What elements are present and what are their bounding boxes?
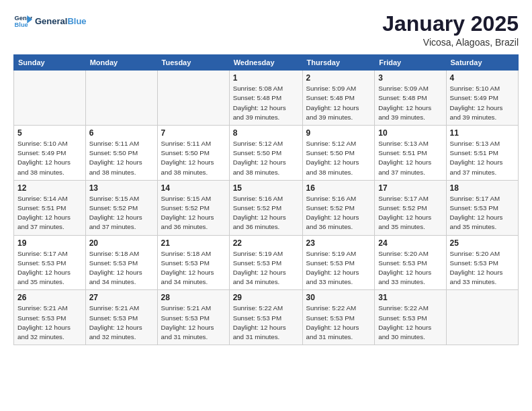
- table-row: 27Sunrise: 5:21 AMSunset: 5:53 PMDayligh…: [85, 290, 157, 345]
- day-number: 18: [450, 183, 515, 193]
- table-row: 26Sunrise: 5:21 AMSunset: 5:53 PMDayligh…: [14, 290, 86, 345]
- day-number: 13: [89, 183, 154, 193]
- day-info: Sunrise: 5:22 AMSunset: 5:53 PMDaylight:…: [306, 304, 371, 342]
- day-number: 3: [378, 73, 442, 83]
- table-row: 28Sunrise: 5:21 AMSunset: 5:53 PMDayligh…: [157, 290, 229, 345]
- day-number: 29: [233, 293, 299, 302]
- day-info: Sunrise: 5:15 AMSunset: 5:52 PMDaylight:…: [89, 194, 154, 232]
- day-info: Sunrise: 5:22 AMSunset: 5:53 PMDaylight:…: [378, 304, 442, 342]
- day-info: Sunrise: 5:08 AMSunset: 5:48 PMDaylight:…: [233, 84, 299, 122]
- day-info: Sunrise: 5:09 AMSunset: 5:48 PMDaylight:…: [378, 84, 442, 122]
- day-number: 20: [89, 238, 154, 248]
- header-tuesday: Tuesday: [157, 55, 229, 71]
- day-info: Sunrise: 5:09 AMSunset: 5:48 PMDaylight:…: [306, 84, 371, 122]
- day-info: Sunrise: 5:17 AMSunset: 5:53 PMDaylight:…: [450, 194, 515, 232]
- day-number: 30: [306, 293, 371, 302]
- day-info: Sunrise: 5:17 AMSunset: 5:53 PMDaylight:…: [17, 249, 82, 287]
- day-number: 11: [450, 128, 515, 138]
- table-row: 8Sunrise: 5:12 AMSunset: 5:50 PMDaylight…: [229, 126, 302, 181]
- table-row: 2Sunrise: 5:09 AMSunset: 5:48 PMDaylight…: [302, 71, 375, 126]
- location-subtitle: Vicosa, Alagoas, Brazil: [382, 37, 519, 48]
- day-number: 23: [306, 238, 371, 248]
- day-number: 26: [17, 293, 82, 302]
- header-saturday: Saturday: [446, 55, 519, 71]
- day-info: Sunrise: 5:10 AMSunset: 5:49 PMDaylight:…: [17, 139, 82, 177]
- day-info: Sunrise: 5:21 AMSunset: 5:53 PMDaylight:…: [89, 304, 154, 342]
- day-info: Sunrise: 5:22 AMSunset: 5:53 PMDaylight:…: [233, 304, 299, 342]
- day-number: 21: [161, 238, 226, 248]
- day-number: 12: [17, 183, 82, 193]
- calendar-header-row: Sunday Monday Tuesday Wednesday Thursday…: [14, 55, 519, 71]
- calendar-table: Sunday Monday Tuesday Wednesday Thursday…: [13, 54, 519, 345]
- table-row: 9Sunrise: 5:12 AMSunset: 5:50 PMDaylight…: [302, 126, 375, 181]
- day-number: 6: [89, 128, 154, 138]
- table-row: [446, 290, 519, 345]
- header-wednesday: Wednesday: [229, 55, 302, 71]
- day-info: Sunrise: 5:18 AMSunset: 5:53 PMDaylight:…: [161, 249, 226, 287]
- day-number: 22: [233, 238, 299, 248]
- day-info: Sunrise: 5:10 AMSunset: 5:49 PMDaylight:…: [450, 84, 515, 122]
- header-monday: Monday: [85, 55, 157, 71]
- month-title: January 2025: [382, 12, 519, 36]
- day-info: Sunrise: 5:21 AMSunset: 5:53 PMDaylight:…: [17, 304, 82, 342]
- day-info: Sunrise: 5:21 AMSunset: 5:53 PMDaylight:…: [161, 304, 226, 342]
- day-number: 17: [378, 183, 442, 193]
- table-row: [85, 71, 157, 126]
- day-number: 28: [161, 293, 226, 302]
- table-row: 19Sunrise: 5:17 AMSunset: 5:53 PMDayligh…: [14, 235, 86, 290]
- table-row: 3Sunrise: 5:09 AMSunset: 5:48 PMDaylight…: [375, 71, 446, 126]
- day-number: 1: [233, 73, 299, 83]
- day-info: Sunrise: 5:13 AMSunset: 5:51 PMDaylight:…: [378, 139, 442, 177]
- day-number: 27: [89, 293, 154, 302]
- day-info: Sunrise: 5:19 AMSunset: 5:53 PMDaylight:…: [306, 249, 371, 287]
- table-row: 5Sunrise: 5:10 AMSunset: 5:49 PMDaylight…: [14, 126, 86, 181]
- table-row: 23Sunrise: 5:19 AMSunset: 5:53 PMDayligh…: [302, 235, 375, 290]
- table-row: 25Sunrise: 5:20 AMSunset: 5:53 PMDayligh…: [446, 235, 519, 290]
- table-row: 29Sunrise: 5:22 AMSunset: 5:53 PMDayligh…: [229, 290, 302, 345]
- day-number: 25: [450, 238, 515, 248]
- logo-text: GeneralBlue: [35, 16, 87, 27]
- table-row: 21Sunrise: 5:18 AMSunset: 5:53 PMDayligh…: [157, 235, 229, 290]
- day-info: Sunrise: 5:20 AMSunset: 5:53 PMDaylight:…: [450, 249, 515, 287]
- table-row: 17Sunrise: 5:17 AMSunset: 5:52 PMDayligh…: [375, 180, 446, 235]
- day-info: Sunrise: 5:12 AMSunset: 5:50 PMDaylight:…: [306, 139, 371, 177]
- table-row: 20Sunrise: 5:18 AMSunset: 5:53 PMDayligh…: [85, 235, 157, 290]
- table-row: 31Sunrise: 5:22 AMSunset: 5:53 PMDayligh…: [375, 290, 446, 345]
- day-number: 10: [378, 128, 442, 138]
- table-row: 30Sunrise: 5:22 AMSunset: 5:53 PMDayligh…: [302, 290, 375, 345]
- table-row: [14, 71, 86, 126]
- day-info: Sunrise: 5:16 AMSunset: 5:52 PMDaylight:…: [233, 194, 299, 232]
- day-number: 15: [233, 183, 299, 193]
- day-info: Sunrise: 5:14 AMSunset: 5:51 PMDaylight:…: [17, 194, 82, 232]
- day-info: Sunrise: 5:16 AMSunset: 5:52 PMDaylight:…: [306, 194, 371, 232]
- day-info: Sunrise: 5:18 AMSunset: 5:53 PMDaylight:…: [89, 249, 154, 287]
- day-info: Sunrise: 5:13 AMSunset: 5:51 PMDaylight:…: [450, 139, 515, 177]
- day-info: Sunrise: 5:15 AMSunset: 5:52 PMDaylight:…: [161, 194, 226, 232]
- day-info: Sunrise: 5:11 AMSunset: 5:50 PMDaylight:…: [161, 139, 226, 177]
- day-number: 19: [17, 238, 82, 248]
- day-info: Sunrise: 5:20 AMSunset: 5:53 PMDaylight:…: [378, 249, 442, 287]
- table-row: 18Sunrise: 5:17 AMSunset: 5:53 PMDayligh…: [446, 180, 519, 235]
- day-info: Sunrise: 5:11 AMSunset: 5:50 PMDaylight:…: [89, 139, 154, 177]
- day-number: 5: [17, 128, 82, 138]
- table-row: 6Sunrise: 5:11 AMSunset: 5:50 PMDaylight…: [85, 126, 157, 181]
- day-number: 2: [306, 73, 371, 83]
- title-block: January 2025 Vicosa, Alagoas, Brazil: [382, 12, 519, 48]
- day-number: 14: [161, 183, 226, 193]
- table-row: 13Sunrise: 5:15 AMSunset: 5:52 PMDayligh…: [85, 180, 157, 235]
- day-number: 24: [378, 238, 442, 248]
- table-row: [157, 71, 229, 126]
- header-friday: Friday: [375, 55, 446, 71]
- table-row: 22Sunrise: 5:19 AMSunset: 5:53 PMDayligh…: [229, 235, 302, 290]
- day-info: Sunrise: 5:19 AMSunset: 5:53 PMDaylight:…: [233, 249, 299, 287]
- day-number: 8: [233, 128, 299, 138]
- svg-text:Blue: Blue: [15, 21, 28, 28]
- header-sunday: Sunday: [14, 55, 86, 71]
- page: General Blue GeneralBlue January 2025 Vi…: [0, 0, 532, 411]
- logo: General Blue GeneralBlue: [13, 12, 87, 31]
- header: General Blue GeneralBlue January 2025 Vi…: [13, 12, 519, 48]
- logo-icon: General Blue: [13, 12, 32, 31]
- table-row: 4Sunrise: 5:10 AMSunset: 5:49 PMDaylight…: [446, 71, 519, 126]
- table-row: 12Sunrise: 5:14 AMSunset: 5:51 PMDayligh…: [14, 180, 86, 235]
- header-thursday: Thursday: [302, 55, 375, 71]
